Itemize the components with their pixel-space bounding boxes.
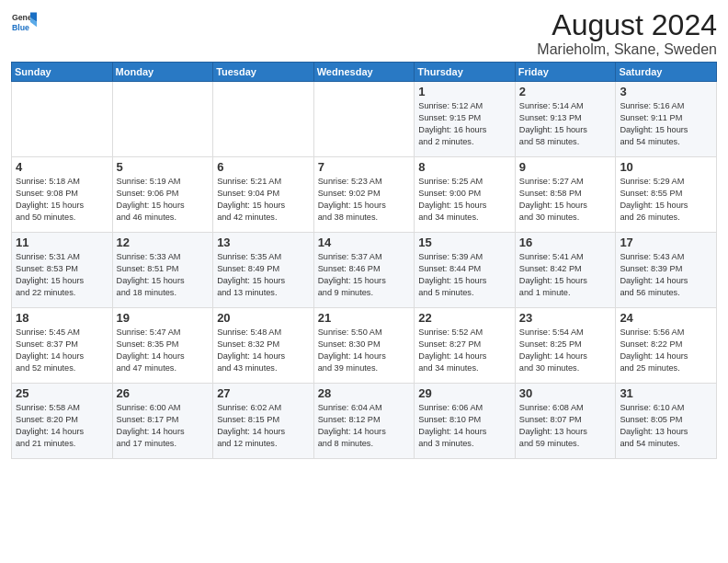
day-info: Sunrise: 5:12 AM Sunset: 9:15 PM Dayligh… — [418, 100, 511, 148]
calendar-cell: 5Sunrise: 5:19 AM Sunset: 9:06 PM Daylig… — [112, 157, 213, 233]
day-number: 30 — [519, 386, 612, 400]
week-row-2: 4Sunrise: 5:18 AM Sunset: 9:08 PM Daylig… — [12, 157, 717, 233]
calendar-cell: 19Sunrise: 5:47 AM Sunset: 8:35 PM Dayli… — [112, 308, 213, 384]
day-info: Sunrise: 5:56 AM Sunset: 8:22 PM Dayligh… — [620, 327, 712, 374]
day-number: 15 — [418, 236, 511, 249]
day-info: Sunrise: 5:19 AM Sunset: 9:06 PM Dayligh… — [117, 176, 210, 224]
day-info: Sunrise: 5:50 AM Sunset: 8:30 PM Dayligh… — [318, 327, 411, 374]
calendar-cell: 28Sunrise: 6:04 AM Sunset: 8:12 PM Dayli… — [313, 384, 415, 459]
day-number: 4 — [16, 160, 108, 174]
calendar-cell — [12, 82, 113, 157]
day-number: 5 — [117, 160, 210, 174]
day-number: 22 — [418, 311, 511, 325]
day-number: 8 — [418, 160, 511, 174]
day-info: Sunrise: 6:10 AM Sunset: 8:05 PM Dayligh… — [620, 402, 712, 450]
calendar-cell: 8Sunrise: 5:25 AM Sunset: 9:00 PM Daylig… — [415, 157, 516, 233]
calendar-cell: 11Sunrise: 5:31 AM Sunset: 8:53 PM Dayli… — [12, 233, 113, 308]
calendar-cell: 22Sunrise: 5:52 AM Sunset: 8:27 PM Dayli… — [415, 308, 516, 384]
day-info: Sunrise: 6:02 AM Sunset: 8:15 PM Dayligh… — [217, 402, 310, 450]
calendar-cell: 17Sunrise: 5:43 AM Sunset: 8:39 PM Dayli… — [616, 233, 717, 308]
day-number: 2 — [519, 85, 612, 98]
day-info: Sunrise: 5:35 AM Sunset: 8:49 PM Dayligh… — [217, 251, 310, 299]
calendar-cell: 16Sunrise: 5:41 AM Sunset: 8:42 PM Dayli… — [515, 233, 616, 308]
day-number: 12 — [117, 236, 210, 249]
day-info: Sunrise: 5:33 AM Sunset: 8:51 PM Dayligh… — [117, 251, 210, 299]
day-number: 20 — [217, 311, 310, 325]
day-number: 13 — [217, 236, 310, 249]
day-info: Sunrise: 5:52 AM Sunset: 8:27 PM Dayligh… — [418, 327, 511, 374]
day-number: 24 — [620, 311, 712, 325]
calendar-cell: 3Sunrise: 5:16 AM Sunset: 9:11 PM Daylig… — [616, 82, 717, 157]
day-number: 23 — [519, 311, 612, 325]
day-info: Sunrise: 5:47 AM Sunset: 8:35 PM Dayligh… — [117, 327, 210, 374]
day-info: Sunrise: 5:43 AM Sunset: 8:39 PM Dayligh… — [620, 251, 712, 299]
calendar-cell — [313, 82, 415, 157]
day-number: 31 — [620, 386, 712, 400]
calendar-cell: 13Sunrise: 5:35 AM Sunset: 8:49 PM Dayli… — [213, 233, 314, 308]
calendar-cell: 26Sunrise: 6:00 AM Sunset: 8:17 PM Dayli… — [112, 384, 213, 459]
calendar-cell: 27Sunrise: 6:02 AM Sunset: 8:15 PM Dayli… — [213, 384, 314, 459]
day-number: 21 — [318, 311, 411, 325]
calendar-cell: 21Sunrise: 5:50 AM Sunset: 8:30 PM Dayli… — [313, 308, 415, 384]
day-info: Sunrise: 5:23 AM Sunset: 9:02 PM Dayligh… — [318, 176, 411, 224]
day-number: 28 — [318, 386, 411, 400]
weekday-header-thursday: Thursday — [415, 63, 516, 82]
day-info: Sunrise: 5:27 AM Sunset: 8:58 PM Dayligh… — [519, 176, 612, 224]
day-info: Sunrise: 5:18 AM Sunset: 9:08 PM Dayligh… — [16, 176, 108, 224]
calendar-cell: 12Sunrise: 5:33 AM Sunset: 8:51 PM Dayli… — [112, 233, 213, 308]
weekday-header-sunday: Sunday — [12, 63, 113, 82]
day-number: 25 — [16, 386, 108, 400]
day-info: Sunrise: 5:39 AM Sunset: 8:44 PM Dayligh… — [418, 251, 511, 299]
calendar-cell: 1Sunrise: 5:12 AM Sunset: 9:15 PM Daylig… — [415, 82, 516, 157]
calendar-cell: 23Sunrise: 5:54 AM Sunset: 8:25 PM Dayli… — [515, 308, 616, 384]
subtitle: Marieholm, Skane, Sweden — [537, 41, 717, 58]
calendar-cell: 15Sunrise: 5:39 AM Sunset: 8:44 PM Dayli… — [415, 233, 516, 308]
day-number: 6 — [217, 160, 310, 174]
calendar-body: 1Sunrise: 5:12 AM Sunset: 9:15 PM Daylig… — [12, 82, 717, 459]
calendar-cell: 4Sunrise: 5:18 AM Sunset: 9:08 PM Daylig… — [12, 157, 113, 233]
day-info: Sunrise: 5:16 AM Sunset: 9:11 PM Dayligh… — [620, 100, 712, 148]
page-container: General Blue August 2024 Marieholm, Skan… — [0, 0, 728, 468]
weekday-header-wednesday: Wednesday — [313, 63, 415, 82]
day-number: 10 — [620, 160, 712, 174]
day-info: Sunrise: 5:45 AM Sunset: 8:37 PM Dayligh… — [16, 327, 108, 374]
day-info: Sunrise: 5:14 AM Sunset: 9:13 PM Dayligh… — [519, 100, 612, 148]
day-number: 11 — [16, 236, 108, 249]
header: General Blue August 2024 Marieholm, Skan… — [11, 9, 717, 58]
day-number: 7 — [318, 160, 411, 174]
week-row-1: 1Sunrise: 5:12 AM Sunset: 9:15 PM Daylig… — [12, 82, 717, 157]
day-info: Sunrise: 5:29 AM Sunset: 8:55 PM Dayligh… — [620, 176, 712, 224]
day-number: 17 — [620, 236, 712, 249]
calendar-cell: 9Sunrise: 5:27 AM Sunset: 8:58 PM Daylig… — [515, 157, 616, 233]
day-info: Sunrise: 5:21 AM Sunset: 9:04 PM Dayligh… — [217, 176, 310, 224]
day-number: 1 — [418, 85, 511, 98]
week-row-3: 11Sunrise: 5:31 AM Sunset: 8:53 PM Dayli… — [12, 233, 717, 308]
day-info: Sunrise: 5:37 AM Sunset: 8:46 PM Dayligh… — [318, 251, 411, 299]
week-row-5: 25Sunrise: 5:58 AM Sunset: 8:20 PM Dayli… — [12, 384, 717, 459]
main-title: August 2024 — [537, 9, 717, 41]
calendar-cell: 30Sunrise: 6:08 AM Sunset: 8:07 PM Dayli… — [515, 384, 616, 459]
calendar-table: SundayMondayTuesdayWednesdayThursdayFrid… — [11, 62, 717, 459]
day-number: 14 — [318, 236, 411, 249]
day-info: Sunrise: 6:04 AM Sunset: 8:12 PM Dayligh… — [318, 402, 411, 450]
day-number: 3 — [620, 85, 712, 98]
week-row-4: 18Sunrise: 5:45 AM Sunset: 8:37 PM Dayli… — [12, 308, 717, 384]
calendar-cell: 10Sunrise: 5:29 AM Sunset: 8:55 PM Dayli… — [616, 157, 717, 233]
calendar-cell: 2Sunrise: 5:14 AM Sunset: 9:13 PM Daylig… — [515, 82, 616, 157]
weekday-header-friday: Friday — [515, 63, 616, 82]
day-info: Sunrise: 6:06 AM Sunset: 8:10 PM Dayligh… — [418, 402, 511, 450]
calendar-cell: 29Sunrise: 6:06 AM Sunset: 8:10 PM Dayli… — [415, 384, 516, 459]
calendar-cell: 25Sunrise: 5:58 AM Sunset: 8:20 PM Dayli… — [12, 384, 113, 459]
calendar-header: SundayMondayTuesdayWednesdayThursdayFrid… — [12, 63, 717, 82]
logo-icon: General Blue — [11, 9, 37, 35]
day-info: Sunrise: 6:00 AM Sunset: 8:17 PM Dayligh… — [117, 402, 210, 450]
day-info: Sunrise: 5:54 AM Sunset: 8:25 PM Dayligh… — [519, 327, 612, 374]
calendar-cell: 6Sunrise: 5:21 AM Sunset: 9:04 PM Daylig… — [213, 157, 314, 233]
day-number: 27 — [217, 386, 310, 400]
calendar-cell: 14Sunrise: 5:37 AM Sunset: 8:46 PM Dayli… — [313, 233, 415, 308]
calendar-cell: 20Sunrise: 5:48 AM Sunset: 8:32 PM Dayli… — [213, 308, 314, 384]
day-number: 18 — [16, 311, 108, 325]
day-info: Sunrise: 5:58 AM Sunset: 8:20 PM Dayligh… — [16, 402, 108, 450]
calendar-cell: 24Sunrise: 5:56 AM Sunset: 8:22 PM Dayli… — [616, 308, 717, 384]
day-info: Sunrise: 5:25 AM Sunset: 9:00 PM Dayligh… — [418, 176, 511, 224]
